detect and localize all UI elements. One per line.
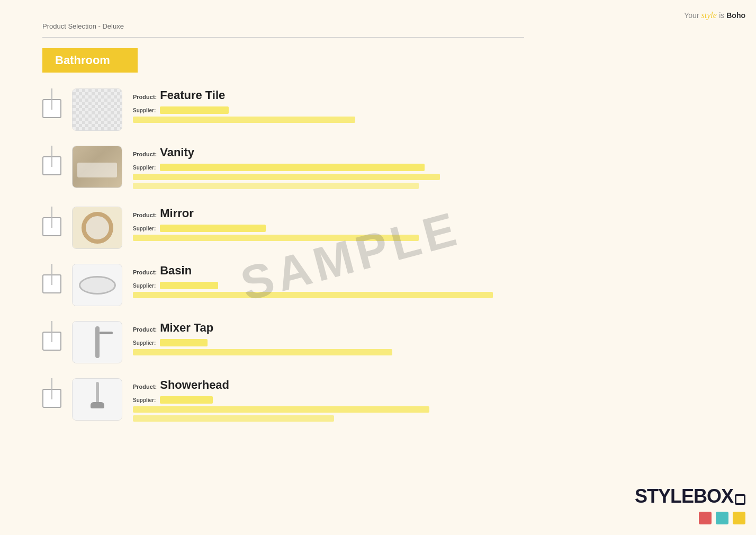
- supplier-label: Supplier:: [133, 397, 156, 403]
- mirror-image: [73, 207, 122, 248]
- product-name-basin: Basin: [160, 264, 192, 278]
- product-item-mixer-tap: Product: Mixer Tap Supplier:: [42, 321, 524, 363]
- tap-shape: [95, 326, 100, 358]
- category-name: Bathroom: [55, 54, 110, 67]
- product-item-mirror: Product: Mirror Supplier:: [42, 207, 524, 249]
- tile-image: [73, 89, 122, 130]
- page-container: Product Selection - Deluxe Bathroom SAMP…: [0, 0, 756, 535]
- product-details-mirror: Product: Mirror Supplier:: [133, 207, 524, 244]
- checkbox-feature-tile[interactable]: [42, 99, 61, 118]
- style-prefix: Your: [684, 11, 701, 20]
- link-redacted[interactable]: [133, 349, 392, 355]
- product-details-basin: Product: Basin Supplier:: [133, 264, 524, 301]
- domain-row2: [133, 415, 524, 422]
- logo-box-icon: [735, 494, 745, 505]
- supplier-redacted: [160, 106, 229, 114]
- color-square-yellow: [733, 512, 745, 524]
- checkbox-showerhead[interactable]: [42, 389, 61, 408]
- product-details-mixer-tap: Product: Mixer Tap Supplier:: [133, 321, 524, 358]
- supplier-label: Supplier:: [133, 283, 156, 289]
- product-name-row: Product: Mirror: [133, 207, 524, 220]
- product-label: Product:: [133, 94, 157, 100]
- link-redacted[interactable]: [133, 235, 419, 241]
- page-title: Product Selection - Deluxe: [42, 22, 124, 30]
- link-redacted[interactable]: [133, 174, 440, 180]
- link-row: [133, 117, 524, 123]
- product-image-feature-tile: [72, 88, 122, 131]
- supplier-label: Supplier:: [133, 340, 156, 346]
- link-row: [133, 349, 524, 355]
- link-row: [133, 292, 524, 298]
- product-label: Product:: [133, 384, 157, 390]
- product-label: Product:: [133, 269, 157, 275]
- link-redacted[interactable]: [133, 406, 429, 413]
- supplier-label: Supplier:: [133, 226, 156, 231]
- tap-image: [73, 322, 122, 363]
- basin-shape: [79, 276, 116, 295]
- product-name-row: Product: Basin: [133, 264, 524, 278]
- supplier-row: Supplier:: [133, 339, 524, 346]
- supplier-row: Supplier:: [133, 282, 524, 289]
- supplier-redacted: [160, 282, 218, 289]
- supplier-row: Supplier:: [133, 225, 524, 232]
- vanity-image: [73, 146, 122, 188]
- product-image-mirror: [72, 207, 122, 249]
- color-square-teal: [716, 512, 728, 524]
- product-label: Product:: [133, 212, 157, 218]
- domain-redacted[interactable]: [133, 183, 419, 189]
- link-redacted[interactable]: [133, 292, 493, 298]
- checkbox-basin[interactable]: [42, 274, 61, 293]
- product-image-showerhead: [72, 378, 122, 421]
- product-name-vanity: Vanity: [160, 146, 194, 159]
- supplier-row: Supplier:: [133, 164, 524, 171]
- product-name-showerhead: Showerhead: [160, 378, 229, 392]
- product-image-basin: [72, 264, 122, 306]
- link-row: [133, 406, 524, 413]
- supplier-label: Supplier:: [133, 108, 156, 113]
- product-name-feature-tile: Feature Tile: [160, 88, 225, 102]
- link-row: [133, 235, 524, 241]
- supplier-redacted: [160, 339, 208, 346]
- product-name-row: Product: Vanity: [133, 146, 524, 159]
- logo-box: BOX: [694, 485, 733, 507]
- style-brand: Boho: [726, 11, 745, 20]
- style-header: Your style is Boho: [684, 11, 745, 20]
- supplier-row: Supplier:: [133, 396, 524, 404]
- mirror-circle: [82, 212, 113, 244]
- product-list: SAMPLE Product: Feature Tile Supplier:: [42, 88, 524, 424]
- product-image-mixer-tap: [72, 321, 122, 363]
- supplier-redacted: [160, 164, 425, 171]
- product-details-feature-tile: Product: Feature Tile Supplier:: [133, 88, 524, 126]
- supplier-redacted: [160, 225, 266, 232]
- link-redacted[interactable]: [133, 117, 355, 123]
- page-title-section: Product Selection - Deluxe: [42, 21, 524, 38]
- product-name-mirror: Mirror: [160, 207, 194, 220]
- domain-redacted2[interactable]: [133, 415, 334, 422]
- product-name-row: Product: Showerhead: [133, 378, 524, 392]
- main-content: Product Selection - Deluxe Bathroom SAMP…: [0, 0, 556, 535]
- product-name-row: Product: Mixer Tap: [133, 321, 524, 335]
- product-name-row: Product: Feature Tile: [133, 88, 524, 102]
- product-image-vanity: [72, 146, 122, 188]
- supplier-row: Supplier:: [133, 106, 524, 114]
- product-item-feature-tile: Product: Feature Tile Supplier:: [42, 88, 524, 131]
- product-item-showerhead: Product: Showerhead Supplier:: [42, 378, 524, 424]
- product-details-showerhead: Product: Showerhead Supplier:: [133, 378, 524, 424]
- color-squares: [635, 512, 745, 524]
- style-suffix: is: [719, 11, 726, 20]
- product-item-basin: Product: Basin Supplier:: [42, 264, 524, 306]
- product-name-mixer-tap: Mixer Tap: [160, 321, 213, 335]
- shower-shape: [96, 382, 99, 408]
- supplier-label: Supplier:: [133, 165, 156, 171]
- style-word: style: [701, 11, 716, 20]
- stylebox-logo: STYLEBOX: [635, 485, 745, 524]
- checkbox-vanity[interactable]: [42, 156, 61, 175]
- supplier-redacted: [160, 396, 213, 404]
- checkbox-mirror[interactable]: [42, 217, 61, 236]
- logo-text: STYLEBOX: [635, 485, 745, 507]
- color-square-red: [699, 512, 712, 524]
- checkbox-mixer-tap[interactable]: [42, 332, 61, 351]
- domain-row: [133, 183, 524, 189]
- logo-style: STYLE: [635, 485, 694, 507]
- shower-image: [73, 379, 122, 420]
